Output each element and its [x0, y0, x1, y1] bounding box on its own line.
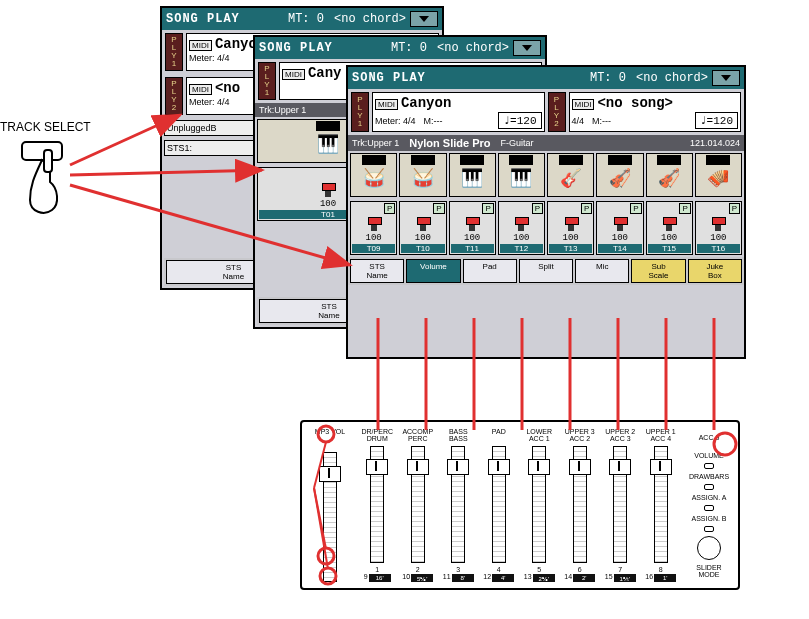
volume-slider[interactable]	[666, 217, 672, 231]
instrument-cell[interactable]: 🎻	[646, 153, 693, 197]
slider-track[interactable]	[411, 446, 425, 563]
volume-value: 100	[464, 233, 480, 243]
volume-slider[interactable]	[420, 217, 426, 231]
slider-knob[interactable]	[447, 459, 469, 475]
mixer-channel[interactable]: P100T11	[449, 201, 496, 255]
track-select-button[interactable]	[10, 140, 90, 222]
tab[interactable]: Juke Box	[688, 259, 742, 283]
volume-value: 100	[366, 233, 382, 243]
slider-track[interactable]	[613, 446, 627, 563]
volume-slider[interactable]	[617, 217, 623, 231]
slider-knob[interactable]	[366, 459, 388, 475]
drawbars-label: DRAWBARS	[689, 473, 729, 480]
instrument-cell[interactable]: 🎹	[449, 153, 496, 197]
slider-track[interactable]	[323, 452, 337, 582]
menu-dropdown[interactable]	[712, 70, 740, 86]
instrument-cell[interactable]: 🥁	[399, 153, 446, 197]
mixer-channel[interactable]: P100T16	[695, 201, 742, 255]
hw-slider: PAD 4 124'	[482, 428, 517, 582]
song-play-window-front: SONG PLAY MT: 0 <no chord> PLY1 MIDICany…	[346, 65, 746, 359]
ply1-badge: PLY1	[165, 33, 183, 71]
slider-knob[interactable]	[407, 459, 429, 475]
instrument-cell[interactable]: 🎻	[596, 153, 643, 197]
title: SONG PLAY	[352, 71, 426, 85]
mt-display: MT: 0	[391, 41, 427, 55]
slider-track[interactable]	[492, 446, 506, 563]
volume-led	[704, 463, 714, 469]
slider-track[interactable]	[573, 446, 587, 563]
hw-top-label: PAD	[492, 428, 506, 446]
drawbar-label: 8'	[452, 574, 474, 582]
instrument-cell[interactable]: 🎹	[498, 153, 545, 197]
slider-mode-knob[interactable]	[697, 536, 721, 560]
volume-slider[interactable]	[518, 217, 524, 231]
patch-name: Nylon Slide Pro	[409, 137, 490, 149]
hw-alt-number: 13	[524, 573, 532, 582]
menu-dropdown[interactable]	[513, 40, 541, 56]
volume-slider[interactable]	[325, 183, 331, 197]
song1-box[interactable]: MIDICanyon Meter: 4/4 M:--- ♩=120	[372, 92, 545, 132]
tab[interactable]: Volume	[406, 259, 460, 283]
volume-mode-label: VOLUME	[694, 452, 724, 459]
midi-badge: MIDI	[375, 99, 398, 110]
hw-alt-number: 9	[364, 573, 368, 582]
volume-slider[interactable]	[715, 217, 721, 231]
hw-slider: LOWER ACC 1 5 132⅔'	[522, 428, 557, 582]
play-tag: P	[433, 203, 444, 214]
drawbar-label: 16'	[369, 574, 391, 582]
slider-track[interactable]	[451, 446, 465, 563]
track-label: T16	[697, 244, 740, 253]
slider-knob[interactable]	[650, 459, 672, 475]
svg-marker-0	[419, 16, 429, 22]
tab[interactable]: STS Name	[350, 259, 404, 283]
slider-knob[interactable]	[569, 459, 591, 475]
slider-track[interactable]	[532, 446, 546, 563]
mixer-channel[interactable]: P100T10	[399, 201, 446, 255]
instrument-icon: 🎹	[507, 166, 535, 190]
chord-display: <no chord>	[437, 41, 509, 55]
volume-slider[interactable]	[469, 217, 475, 231]
drawbar-label: 2⅔'	[533, 574, 555, 582]
hw-number: 6	[578, 566, 582, 573]
slider-knob[interactable]	[488, 459, 510, 475]
tab[interactable]: Mic	[575, 259, 629, 283]
drawbar-label: 1'	[654, 574, 676, 582]
ply2-badge: PLY2	[165, 77, 183, 115]
mixer-channel[interactable]: P100T14	[596, 201, 643, 255]
tab[interactable]: Sub Scale	[631, 259, 685, 283]
instrument-icon: 🎹	[458, 166, 486, 190]
mixer-channel[interactable]: P100T09	[350, 201, 397, 255]
assign-b-led	[704, 526, 714, 532]
play-tag: P	[581, 203, 592, 214]
song2-box[interactable]: MIDI<no song> 4/4 M:--- ♩=120	[569, 92, 742, 132]
mixer-channel[interactable]: P100T13	[547, 201, 594, 255]
volume-value: 100	[612, 233, 628, 243]
tab[interactable]: Split	[519, 259, 573, 283]
midi-badge: MIDI	[282, 69, 305, 80]
meter: Meter: 4/4	[189, 53, 230, 63]
instrument-icon: 🎻	[606, 166, 634, 190]
slider-knob[interactable]	[528, 459, 550, 475]
instrument-cell[interactable]: 🎸	[547, 153, 594, 197]
slider-knob[interactable]	[319, 466, 341, 482]
play-tag: P	[729, 203, 740, 214]
tempo-box[interactable]: ♩=120	[498, 112, 541, 129]
volume-value: 100	[710, 233, 726, 243]
mixer-channel[interactable]: P100T15	[646, 201, 693, 255]
volume-slider[interactable]	[568, 217, 574, 231]
mixer-channel[interactable]: P100T12	[498, 201, 545, 255]
hardware-slider-panel: MP3 VOL DR/PERC DRUM 1 916' ACCOMP PERC …	[300, 420, 740, 590]
menu-dropdown[interactable]	[410, 11, 438, 27]
volume-value: 100	[320, 199, 336, 209]
hw-slider: DR/PERC DRUM 1 916'	[360, 428, 395, 582]
tab[interactable]: Pad	[463, 259, 517, 283]
instrument-cell[interactable]: 🪗	[695, 153, 742, 197]
chord-display: <no chord>	[636, 71, 708, 85]
slider-track[interactable]	[370, 446, 384, 563]
tempo-box[interactable]: ♩=120	[695, 112, 738, 129]
volume-slider[interactable]	[371, 217, 377, 231]
slider-knob[interactable]	[609, 459, 631, 475]
slider-track[interactable]	[654, 446, 668, 563]
instrument-cell[interactable]: 🥁	[350, 153, 397, 197]
song-title: Canyon	[401, 95, 451, 111]
